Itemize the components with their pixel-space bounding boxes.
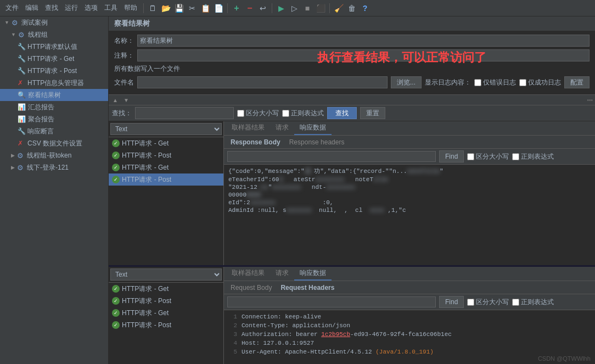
sidebar-item-summary[interactable]: 📊 汇总报告 (0, 101, 108, 113)
stop-button[interactable]: ■ (301, 2, 313, 14)
bottom-search-input[interactable] (227, 296, 436, 307)
bottom-tab-response[interactable]: 响应数据 (294, 267, 332, 281)
resp-case-checkbox[interactable] (467, 153, 474, 160)
bottom-request-label-1: HTTP请求 - Post (122, 296, 171, 306)
tab-request[interactable]: 请求 (270, 121, 294, 135)
search-input[interactable] (135, 107, 234, 119)
copy-button[interactable]: 📋 (199, 2, 211, 14)
bottom-find-button[interactable]: Find (439, 296, 464, 308)
sidebar-item-aggregate[interactable]: 📊 聚合报告 (0, 113, 108, 125)
sidebar-item-http-header[interactable]: ✗ HTTP信息头管理器 (0, 77, 108, 89)
file-input[interactable] (137, 76, 388, 88)
splitter-down[interactable]: ▼ (122, 97, 131, 104)
bottom-request-item-2[interactable]: HTTP请求 - Get (109, 307, 223, 319)
expand-arrow-threadgroup: ▼ (11, 32, 16, 37)
form-area: 名称： 注释： 所有数据写入一个文件 文件名 浏览... 显示日志内容： (109, 31, 595, 94)
clear-all-button[interactable]: 🗑 (346, 2, 358, 14)
bottom-sub-tab-headers[interactable]: Request Headers (276, 283, 339, 293)
sidebar-http-header-label: HTTP信息头管理器 (27, 79, 84, 88)
success-log-checkbox-label[interactable]: 仅成功日志 (519, 78, 561, 87)
response-search-input[interactable] (227, 151, 436, 162)
help-icon-button[interactable]: ? (359, 2, 371, 14)
splitter-dots: ••• (587, 97, 593, 103)
add-button[interactable]: + (231, 2, 243, 14)
bottom-regex-checkbox[interactable] (512, 299, 519, 306)
open-button[interactable]: 📂 (160, 2, 172, 14)
wrench-icon-header: ✗ (18, 79, 25, 87)
menu-tools[interactable]: 工具 (101, 2, 121, 14)
sidebar-item-threadgroup[interactable]: ▼ ⚙ 线程组 (0, 29, 108, 41)
regex-checkbox[interactable] (282, 110, 289, 117)
sub-tab-response-body[interactable]: Response Body (226, 137, 285, 147)
find-button[interactable]: 查找 (327, 107, 357, 119)
paste-button[interactable]: 📄 (212, 2, 224, 14)
bottom-request-item-3[interactable]: HTTP请求 - Post (109, 319, 223, 331)
case-sensitive-checkbox[interactable] (237, 110, 244, 117)
sidebar-item-csv[interactable]: ✗ CSV 数据文件设置 (0, 137, 108, 149)
resp-regex-checkbox[interactable] (512, 153, 519, 160)
sub-tab-response-headers[interactable]: Response headers (285, 137, 349, 147)
top-request-item-1[interactable]: HTTP请求 - Post (109, 149, 223, 161)
resp-case-label[interactable]: 区分大小写 (467, 152, 509, 161)
sidebar-item-result-tree[interactable]: 🔍 察看结果树 (0, 89, 108, 101)
sidebar-item-threadgroup-login[interactable]: ▶ ⚙ 线下-登录-121 (0, 161, 108, 173)
sidebar-root[interactable]: ▼ ⚙ 测试案例 (0, 16, 108, 29)
response-find-button[interactable]: Find (439, 150, 464, 163)
success-log-checkbox[interactable] (519, 79, 526, 86)
bottom-regex-label[interactable]: 正则表达式 (512, 298, 554, 307)
save-button[interactable]: 💾 (173, 2, 185, 14)
sidebar-root-label: 测试案例 (21, 18, 48, 27)
bottom-regex-text: 正则表达式 (521, 298, 554, 307)
splitter-up[interactable]: ▲ (111, 97, 120, 104)
sidebar-item-threadgroup-token[interactable]: ▶ ⚙ 线程组-获token (0, 149, 108, 161)
sidebar-item-http-get[interactable]: 🔧 HTTP请求 - Get (0, 53, 108, 65)
sidebar-item-http-post[interactable]: 🔧 HTTP请求 - Post (0, 65, 108, 77)
config-button[interactable]: 配置 (564, 76, 590, 88)
menu-find[interactable]: 查找 (42, 2, 61, 14)
browse-button[interactable]: 浏览... (391, 76, 422, 88)
panel-title: 察看结果树 (109, 16, 595, 31)
sidebar-item-assertion[interactable]: 🔧 响应断言 (0, 125, 108, 137)
bottom-case-checkbox[interactable] (467, 299, 474, 306)
note-input[interactable] (137, 49, 590, 61)
sidebar-csv-label: CSV 数据文件设置 (27, 139, 82, 148)
remove-button[interactable]: − (244, 2, 256, 14)
stop-now-button[interactable]: ⬛ (315, 2, 327, 14)
menu-edit[interactable]: 编辑 (22, 2, 42, 14)
type-select[interactable]: Text (110, 123, 222, 135)
cut-button[interactable]: ✂ (186, 2, 198, 14)
tab-response-data[interactable]: 响应数据 (294, 121, 332, 135)
bottom-type-select[interactable]: Text (110, 268, 222, 281)
bottom-results: Text HTTP请求 - Get HTTP请求 - Post (109, 267, 595, 364)
resp-regex-label[interactable]: 正则表达式 (512, 152, 554, 161)
bottom-case-label[interactable]: 区分大小写 (467, 298, 509, 307)
menu-file[interactable]: 文件 (2, 2, 22, 14)
undo-button[interactable]: ↩ (257, 2, 269, 14)
case-sensitive-label[interactable]: 区分大小写 (237, 109, 279, 118)
start-no-pause-button[interactable]: ▷ (288, 2, 300, 14)
response-content: {"code":0,"message":"成 功","data":{"recor… (224, 165, 595, 265)
regex-label[interactable]: 正则表达式 (282, 109, 324, 118)
bottom-tab-sampler[interactable]: 取样器结果 (226, 267, 270, 281)
line-content-5: User-Agent: Apache-HttpClient/4.5.12 (Ja… (242, 348, 434, 356)
menu-help[interactable]: 帮助 (121, 2, 141, 14)
top-request-item-0[interactable]: HTTP请求 - Get (109, 137, 223, 149)
tab-sampler-result[interactable]: 取样器结果 (226, 121, 270, 135)
bottom-sub-tab-body[interactable]: Request Body (226, 283, 276, 293)
sidebar-item-http-default[interactable]: 🔧 HTTP请求默认值 (0, 41, 108, 53)
chart-icon-aggregate: 📊 (18, 115, 26, 123)
top-request-item-3[interactable]: HTTP请求 - Post (109, 173, 223, 186)
new-button[interactable]: 🗒 (147, 2, 159, 14)
bottom-request-item-1[interactable]: HTTP请求 - Post (109, 295, 223, 307)
clear-button[interactable]: 🧹 (333, 2, 345, 14)
error-log-checkbox[interactable] (474, 79, 481, 86)
menu-options[interactable]: 选项 (81, 2, 101, 14)
start-button[interactable]: ▶ (275, 2, 287, 14)
top-request-item-2[interactable]: HTTP请求 - Get (109, 161, 223, 173)
name-input[interactable] (137, 35, 590, 47)
bottom-request-item-0[interactable]: HTTP请求 - Get (109, 283, 223, 295)
bottom-tab-request[interactable]: 请求 (270, 267, 294, 281)
menu-run[interactable]: 运行 (61, 2, 81, 14)
error-log-checkbox-label[interactable]: 仅错误日志 (474, 78, 516, 87)
reset-button[interactable]: 重置 (360, 107, 385, 119)
